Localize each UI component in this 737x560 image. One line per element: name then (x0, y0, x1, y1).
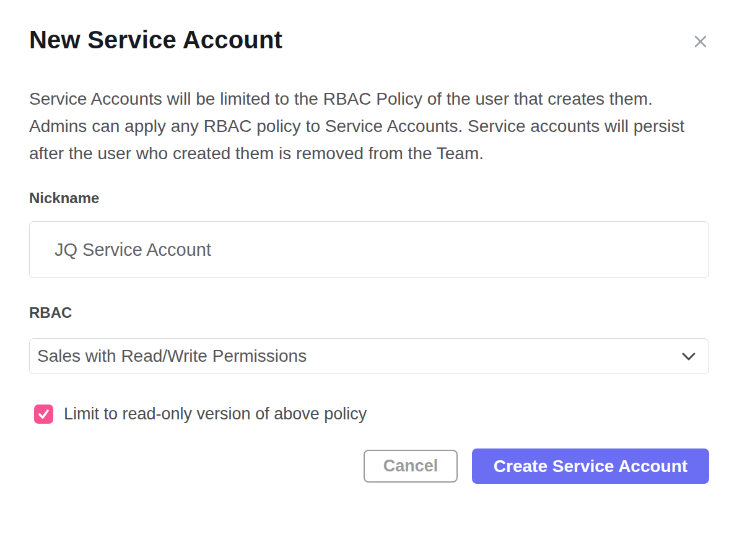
nickname-label: Nickname (29, 190, 709, 207)
chevron-down-icon (681, 352, 696, 361)
dialog-description: Service Accounts will be limited to the … (29, 85, 709, 167)
limit-readonly-checkbox[interactable] (34, 405, 53, 424)
rbac-select[interactable]: Sales with Read/Write Permissions (29, 338, 709, 374)
create-service-account-button[interactable]: Create Service Account (472, 448, 709, 484)
rbac-label: RBAC (29, 304, 709, 322)
dialog-footer: Cancel Create Service Account (29, 448, 709, 484)
limit-readonly-row[interactable]: Limit to read-only version of above poli… (29, 405, 709, 424)
x-icon (691, 32, 710, 51)
dialog-title: New Service Account (29, 25, 709, 55)
checkmark-icon (37, 408, 50, 421)
rbac-selected-value: Sales with Read/Write Permissions (37, 346, 307, 366)
cancel-button[interactable]: Cancel (364, 450, 458, 483)
limit-readonly-label: Limit to read-only version of above poli… (64, 405, 367, 424)
close-button[interactable] (690, 31, 711, 52)
new-service-account-dialog: New Service Account Service Accounts wil… (0, 0, 737, 560)
nickname-input[interactable] (29, 221, 709, 278)
